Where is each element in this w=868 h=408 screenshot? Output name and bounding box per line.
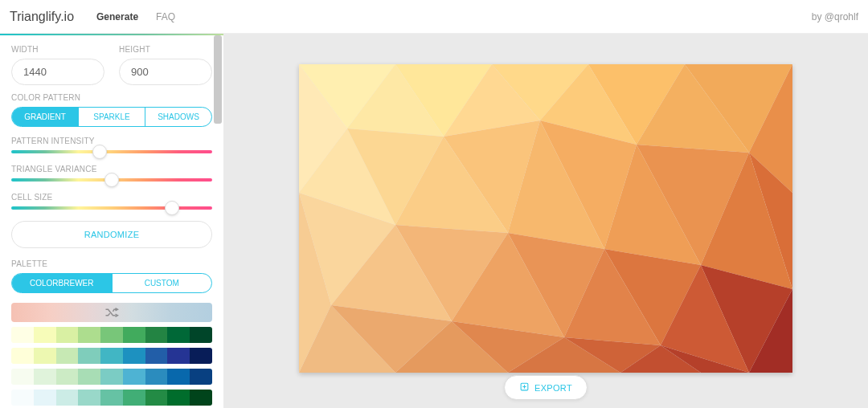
palette-tab-colorbrewer[interactable]: COLORBREWER bbox=[12, 274, 113, 292]
preview-area: EXPORT bbox=[223, 34, 868, 408]
controls-sidebar: WIDTH HEIGHT COLOR PATTERN GRADIENT SPAR… bbox=[0, 34, 223, 408]
randomize-button[interactable]: RANDOMIZE bbox=[11, 221, 212, 248]
cell-size-label: CELL SIZE bbox=[11, 193, 212, 202]
top-navbar: Trianglify.io Generate FAQ by @qrohlf bbox=[0, 0, 868, 34]
export-icon bbox=[519, 381, 530, 394]
cell-size-thumb[interactable] bbox=[165, 201, 179, 215]
palette-swatch-row[interactable] bbox=[11, 369, 212, 385]
color-pattern-label: COLOR PATTERN bbox=[11, 93, 212, 102]
width-input[interactable] bbox=[11, 59, 104, 85]
export-button[interactable]: EXPORT bbox=[504, 375, 588, 400]
height-input[interactable] bbox=[119, 59, 212, 85]
palette-shuffle-button[interactable] bbox=[11, 303, 212, 322]
height-label: HEIGHT bbox=[119, 45, 212, 54]
triangle-variance-slider[interactable] bbox=[11, 178, 212, 182]
palette-swatch-row[interactable] bbox=[11, 327, 212, 343]
pattern-intensity-label: PATTERN INTENSITY bbox=[11, 137, 212, 145]
triangle-variance-thumb[interactable] bbox=[104, 173, 119, 187]
palette-swatch-list bbox=[11, 327, 212, 406]
palette-swatch-row[interactable] bbox=[11, 390, 212, 406]
color-pattern-shadows[interactable]: SHADOWS bbox=[145, 108, 211, 126]
shuffle-icon bbox=[104, 307, 119, 318]
brand-logo[interactable]: Trianglify.io bbox=[10, 10, 74, 24]
pattern-intensity-thumb[interactable] bbox=[92, 145, 107, 159]
color-pattern-sparkle[interactable]: SPARKLE bbox=[79, 108, 145, 126]
byline-link[interactable]: by @qrohlf bbox=[812, 11, 858, 22]
palette-swatch-row[interactable] bbox=[11, 348, 212, 364]
export-label: EXPORT bbox=[534, 383, 572, 393]
color-pattern-segmented: GRADIENT SPARKLE SHADOWS bbox=[11, 107, 212, 127]
color-pattern-gradient[interactable]: GRADIENT bbox=[12, 108, 79, 126]
palette-label: PALETTE bbox=[11, 259, 212, 268]
triangle-preview bbox=[299, 64, 792, 373]
pattern-intensity-slider[interactable] bbox=[11, 150, 212, 153]
nav-faq[interactable]: FAQ bbox=[156, 11, 175, 22]
cell-size-slider[interactable] bbox=[11, 206, 212, 210]
sidebar-scrollbar[interactable] bbox=[214, 35, 222, 124]
nav-generate[interactable]: Generate bbox=[96, 11, 138, 22]
width-label: WIDTH bbox=[11, 45, 104, 54]
palette-tabs: COLORBREWER CUSTOM bbox=[11, 273, 212, 293]
palette-tab-custom[interactable]: CUSTOM bbox=[113, 274, 212, 292]
